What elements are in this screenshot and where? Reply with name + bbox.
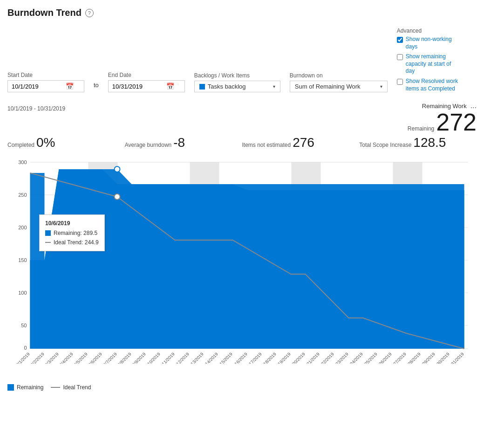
backlogs-value: Tasks backlog bbox=[208, 83, 246, 90]
remaining-work-sublabel: Remaining bbox=[408, 125, 434, 132]
backlogs-label: Backlogs / Work Items bbox=[194, 72, 280, 79]
svg-text:250: 250 bbox=[18, 192, 27, 198]
burndown-arrow-icon: ▾ bbox=[380, 84, 382, 89]
remaining-area-fix bbox=[30, 169, 464, 349]
start-date-input-wrap[interactable]: 📅 bbox=[7, 80, 84, 92]
stat-completed-label: Completed bbox=[7, 142, 34, 148]
legend-row: Remaining Ideal Trend bbox=[7, 384, 477, 391]
svg-text:200: 200 bbox=[18, 225, 27, 230]
stat-items-not-estimated-value: 276 bbox=[293, 135, 314, 150]
end-date-input[interactable] bbox=[112, 83, 164, 90]
help-icon[interactable]: ? bbox=[85, 9, 94, 17]
show-resolved-checkbox[interactable] bbox=[397, 79, 403, 85]
svg-text:10/2/2019: 10/2/2019 bbox=[27, 352, 45, 364]
advanced-group: Advanced Show non-working days Show rema… bbox=[397, 28, 462, 92]
tooltip-remaining-row: Remaining: 289.5 bbox=[45, 228, 99, 238]
show-resolved-row: Show Resolved work items as Completed bbox=[397, 78, 462, 92]
svg-text:10/7/2019: 10/7/2019 bbox=[100, 352, 118, 364]
start-date-label: Start Date bbox=[7, 72, 84, 78]
legend-ideal-line-icon bbox=[51, 387, 60, 388]
svg-text:10/8/2019: 10/8/2019 bbox=[115, 352, 132, 364]
svg-text:300: 300 bbox=[18, 159, 27, 165]
tooltip-remaining-icon bbox=[45, 230, 51, 236]
show-remaining-capacity-label[interactable]: Show remaining capacity at start of day bbox=[406, 53, 462, 75]
stat-completed: Completed 0% bbox=[7, 135, 125, 150]
start-date-input[interactable] bbox=[12, 83, 63, 90]
date-range-bar: 10/1/2019 - 10/31/2019 Remaining Work ..… bbox=[7, 102, 477, 134]
svg-text:10/5/2019: 10/5/2019 bbox=[71, 352, 89, 364]
tooltip-dot-remaining[interactable] bbox=[115, 166, 120, 172]
remaining-work-display: Remaining Work ... Remaining 272 bbox=[408, 102, 477, 134]
remaining-work-value: 272 bbox=[436, 110, 477, 134]
svg-text:10/1/2019: 10/1/2019 bbox=[13, 352, 31, 364]
end-date-calendar-icon[interactable]: 📅 bbox=[166, 83, 174, 90]
stat-average-burndown-label: Average burndown bbox=[125, 142, 172, 148]
show-non-working-checkbox[interactable] bbox=[397, 37, 403, 43]
end-date-input-wrap[interactable]: 📅 bbox=[108, 80, 185, 92]
tooltip-ideal-row: Ideal Trend: 244.9 bbox=[45, 238, 99, 247]
show-non-working-label[interactable]: Show non-working days bbox=[406, 36, 462, 50]
svg-text:100: 100 bbox=[18, 290, 27, 296]
start-date-calendar-icon[interactable]: 📅 bbox=[66, 83, 74, 90]
stat-total-scope-increase: Total Scope Increase 128.5 bbox=[359, 135, 477, 150]
show-remaining-capacity-checkbox[interactable] bbox=[397, 54, 403, 60]
stat-completed-value: 0% bbox=[36, 135, 55, 150]
stat-total-scope-increase-value: 128.5 bbox=[413, 135, 446, 150]
svg-text:10/3/2019: 10/3/2019 bbox=[42, 352, 60, 364]
tooltip-ideal-icon bbox=[45, 242, 51, 243]
backlogs-dropdown[interactable]: Tasks backlog ▾ bbox=[194, 81, 280, 92]
svg-text:0: 0 bbox=[24, 345, 27, 351]
advanced-label: Advanced bbox=[397, 28, 462, 34]
page-title: Burndown Trend bbox=[7, 7, 82, 18]
svg-text:50: 50 bbox=[21, 323, 27, 328]
burndown-value: Sum of Remaining Work bbox=[295, 83, 361, 90]
tooltip-ideal-text: Ideal Trend: 244.9 bbox=[54, 238, 99, 247]
svg-text:150: 150 bbox=[18, 257, 27, 263]
to-label: to bbox=[94, 82, 99, 89]
legend-remaining-label: Remaining bbox=[17, 384, 43, 391]
burndown-group: Burndown on Sum of Remaining Work ▾ bbox=[290, 72, 388, 92]
tooltip-date: 10/6/2019 bbox=[45, 219, 99, 228]
show-resolved-label[interactable]: Show Resolved work items as Completed bbox=[406, 78, 462, 92]
stat-total-scope-increase-label: Total Scope Increase bbox=[359, 142, 411, 148]
chart-container: 300 250 200 150 100 50 0 bbox=[7, 154, 477, 382]
legend-ideal-trend: Ideal Trend bbox=[51, 384, 91, 391]
backlogs-icon bbox=[199, 84, 205, 90]
stat-items-not-estimated: Items not estimated 276 bbox=[242, 135, 360, 150]
burndown-label: Burndown on bbox=[290, 72, 388, 79]
burndown-chart[interactable]: 300 250 200 150 100 50 0 bbox=[7, 154, 477, 364]
show-non-working-row: Show non-working days bbox=[397, 36, 462, 50]
end-date-group: End Date 📅 bbox=[108, 72, 185, 92]
burndown-dropdown[interactable]: Sum of Remaining Work ▾ bbox=[290, 81, 388, 92]
svg-text:10/16/2019: 10/16/2019 bbox=[229, 352, 248, 364]
svg-text:10/9/2019: 10/9/2019 bbox=[129, 352, 147, 364]
stat-items-not-estimated-label: Items not estimated bbox=[242, 142, 291, 148]
legend-remaining: Remaining bbox=[7, 384, 43, 391]
backlogs-group: Backlogs / Work Items Tasks backlog ▾ bbox=[194, 72, 280, 92]
legend-remaining-icon bbox=[7, 384, 14, 391]
chart-tooltip: 10/6/2019 Remaining: 289.5 Ideal Trend: … bbox=[39, 214, 105, 251]
start-date-group: Start Date 📅 bbox=[7, 72, 84, 92]
stat-average-burndown-value: -8 bbox=[173, 135, 185, 150]
tooltip-remaining-text: Remaining: 289.5 bbox=[54, 228, 97, 238]
stats-row: Completed 0% Average burndown -8 Items n… bbox=[7, 135, 477, 150]
date-range-text: 10/1/2019 - 10/31/2019 bbox=[7, 105, 65, 112]
backlogs-arrow-icon: ▾ bbox=[273, 84, 275, 89]
tooltip-dot-ideal[interactable] bbox=[115, 194, 120, 200]
show-remaining-capacity-row: Show remaining capacity at start of day bbox=[397, 53, 462, 75]
svg-text:10/6/2019: 10/6/2019 bbox=[85, 352, 103, 364]
stat-average-burndown: Average burndown -8 bbox=[125, 135, 242, 150]
end-date-label: End Date bbox=[108, 72, 185, 78]
svg-text:10/4/2019: 10/4/2019 bbox=[56, 352, 74, 364]
legend-ideal-trend-label: Ideal Trend bbox=[63, 384, 91, 391]
